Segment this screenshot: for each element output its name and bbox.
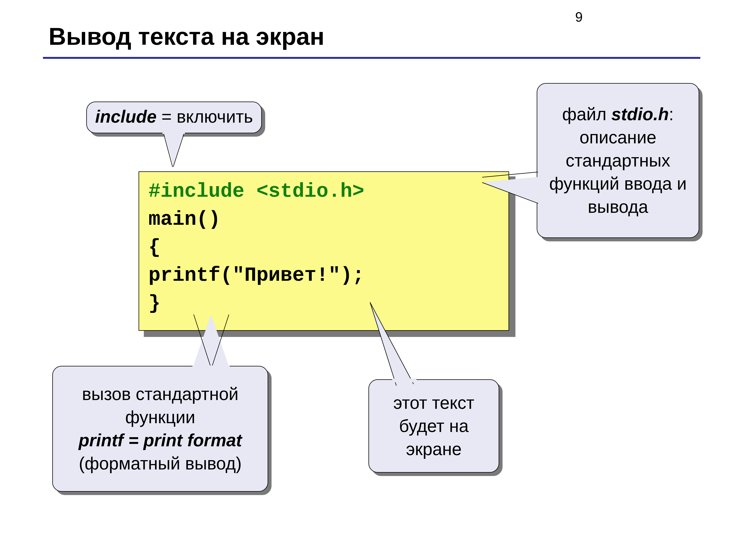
code-content: #include <stdio.h> main() { printf("Прив…	[149, 178, 503, 318]
code-include-line: #include <stdio.h>	[149, 180, 364, 203]
code-main-line: main()	[149, 208, 221, 231]
callout-printf-em: printf = print format	[58, 429, 262, 452]
callout-screen: этот текст будет на экране	[368, 379, 499, 473]
callout-stdio-prefix: файл	[562, 104, 611, 124]
callout-include-tail	[163, 132, 184, 166]
callout-printf: вызов стандартной функции printf = print…	[52, 366, 268, 492]
page-number: 9	[575, 9, 583, 25]
callout-stdio: файл stdio.h: описание стандартных функц…	[537, 83, 699, 238]
code-close-brace: }	[149, 292, 160, 315]
callout-include-em: include	[95, 107, 156, 126]
callout-printf-line1: вызов стандартной функции	[58, 382, 262, 429]
callout-include-rest: = включить	[157, 107, 253, 126]
callout-printf-line3: (форматный вывод)	[58, 452, 262, 475]
code-block: #include <stdio.h> main() { printf("Прив…	[138, 171, 509, 331]
slide-title: Вывод текста на экран	[49, 22, 325, 50]
callout-screen-text: этот текст будет на экране	[374, 391, 494, 461]
slide: 9 Вывод текста на экран #include <stdio.…	[0, 0, 747, 560]
callout-stdio-em: stdio.h	[611, 104, 669, 124]
callout-include: include = включить	[86, 102, 262, 133]
code-open-brace: {	[149, 236, 160, 259]
code-printf-line: printf("Привет!");	[149, 264, 364, 287]
title-underline	[43, 57, 700, 59]
